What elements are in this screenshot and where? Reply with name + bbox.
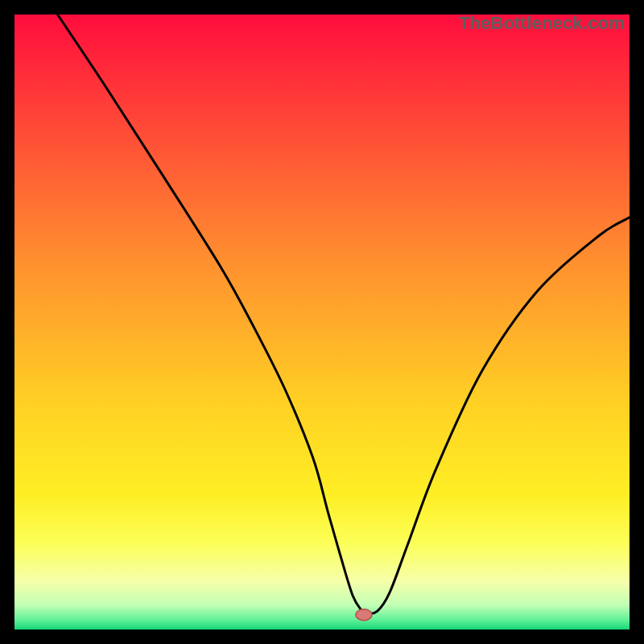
gradient-background bbox=[14, 14, 630, 630]
bottleneck-chart bbox=[14, 14, 630, 630]
watermark-text: TheBottleneck.com bbox=[459, 13, 625, 34]
chart-frame: TheBottleneck.com bbox=[14, 14, 630, 630]
optimal-point-marker bbox=[356, 609, 372, 621]
